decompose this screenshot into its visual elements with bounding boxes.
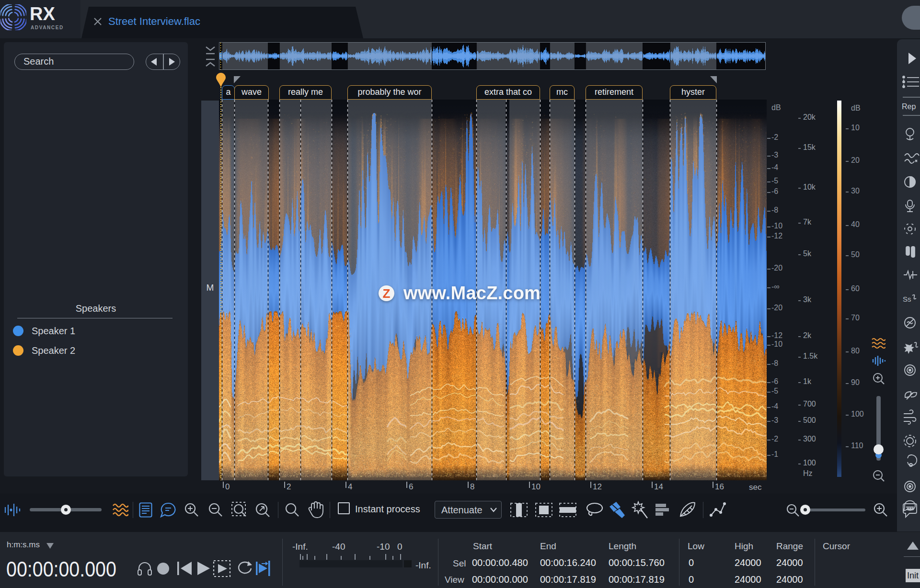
svg-text:Ss: Ss bbox=[903, 295, 911, 303]
svg-text:Rep: Rep bbox=[902, 102, 916, 111]
